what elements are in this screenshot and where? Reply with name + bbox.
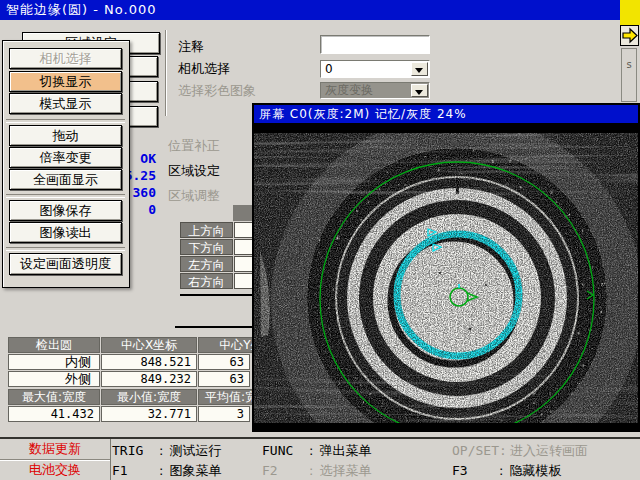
direction-up-label: 上方向 — [180, 222, 233, 238]
corner-indicator — [620, 0, 640, 25]
comment-label: 注释 — [178, 39, 204, 55]
key-hint-opset: OP/SET:进入运转画面 — [452, 442, 588, 460]
area-set-label: 区域设定 — [168, 163, 220, 179]
camera-select-dropdown[interactable]: 0 — [320, 60, 430, 78]
chevron-down-icon — [411, 84, 428, 97]
camera-image-window: 屏幕 C0(灰度:2M) 记忆/灰度 24% — [252, 103, 640, 432]
row-label-outer: 外侧 — [8, 371, 100, 387]
battery-alert: 电池交换 — [0, 460, 110, 480]
menu-separator — [6, 247, 125, 251]
color-image-label: 选择彩色图象 — [178, 83, 256, 99]
position-correct-label: 位置补正 — [168, 138, 220, 154]
next-arrow-button[interactable] — [620, 25, 639, 46]
direction-left-label: 左方向 — [180, 256, 233, 272]
inner-center-x: 848.521 — [101, 354, 197, 370]
menu-item-image-load[interactable]: 图像读出 — [9, 222, 122, 243]
data-update-alert: 数据更新 — [0, 439, 110, 459]
hidden-button-fragment[interactable] — [128, 56, 158, 77]
image-window-title: 屏幕 C0(灰度:2M) 记忆/灰度 24% — [254, 105, 638, 123]
menu-separator — [6, 119, 125, 123]
key-hint-func: FUNC:弹出菜单 — [262, 442, 371, 460]
col-header-circle: 检出圆 — [8, 337, 100, 353]
min-width-value: 32.771 — [101, 406, 197, 422]
divider — [180, 294, 255, 296]
max-width-value: 41.432 — [8, 406, 100, 422]
display-popup-menu: 相机选择 切换显示 模式显示 拖动 倍率变更 全画面显示 图像保存 图像读出 设… — [2, 40, 130, 288]
menu-item-camera-select: 相机选择 — [9, 48, 122, 69]
menu-item-switch-display[interactable]: 切换显示 — [9, 71, 122, 92]
outer-center-y: 63 — [198, 371, 250, 387]
hidden-button-fragment[interactable] — [128, 106, 158, 127]
menu-item-transparency[interactable]: 设定画面透明度 — [9, 253, 122, 275]
camera-select-label: 相机选择 — [178, 61, 230, 77]
key-hint-f1: F1:图象菜单 — [112, 462, 221, 480]
divider — [175, 326, 255, 328]
menu-item-image-save[interactable]: 图像保存 — [9, 200, 122, 221]
key-hint-trig: TRIG:测试运行 — [112, 442, 221, 460]
color-image-dropdown: 灰度变换 — [320, 82, 430, 99]
camera-select-value: 0 — [325, 62, 333, 77]
inspection-image — [254, 123, 638, 430]
menu-item-zoom-change[interactable]: 倍率变更 — [9, 147, 122, 168]
menu-item-drag[interactable]: 拖动 — [9, 125, 122, 146]
camera-image[interactable] — [254, 123, 638, 430]
right-arrow-icon — [621, 26, 638, 45]
status-bar: 数据更新 电池交换 TRIG:测试运行 FUNC:弹出菜单 OP/SET:进入运… — [0, 437, 640, 480]
side-strip: s — [621, 48, 637, 102]
key-hint-f2: F2:选择菜单 — [262, 462, 371, 480]
col-header-max-width: 最大值:宽度 — [8, 389, 100, 405]
menu-separator — [6, 194, 125, 198]
vision-system-screen: 智能边缘(圆) - No.000 s 区域设定 注释 相机选择 选择彩色图象 0… — [0, 0, 640, 480]
direction-right-label: 右方向 — [180, 273, 233, 289]
col-header-center-x: 中心X坐标 — [101, 337, 197, 353]
avg-width-value: 3 — [198, 406, 250, 422]
inner-center-y: 63 — [198, 354, 250, 370]
menu-item-mode-display[interactable]: 模式显示 — [9, 93, 122, 114]
outer-center-x: 849.232 — [101, 371, 197, 387]
comment-input[interactable] — [320, 35, 430, 54]
chevron-down-icon[interactable] — [411, 62, 428, 76]
col-header-min-width: 最小值:宽度 — [101, 389, 197, 405]
key-hint-f3: F3:隐藏模板 — [452, 462, 561, 480]
color-image-value: 灰度变换 — [325, 83, 373, 98]
hidden-button-fragment[interactable] — [128, 81, 158, 102]
menu-item-fullscreen[interactable]: 全画面显示 — [9, 169, 122, 190]
divider — [165, 30, 166, 116]
alert-box: 数据更新 电池交换 — [0, 439, 111, 480]
row-label-inner: 内侧 — [8, 354, 100, 370]
direction-down-label: 下方向 — [180, 239, 233, 255]
window-title: 智能边缘(圆) - No.000 — [0, 0, 620, 20]
table-corner-cell — [233, 205, 252, 221]
area-adjust-label: 区域调整 — [168, 188, 220, 204]
